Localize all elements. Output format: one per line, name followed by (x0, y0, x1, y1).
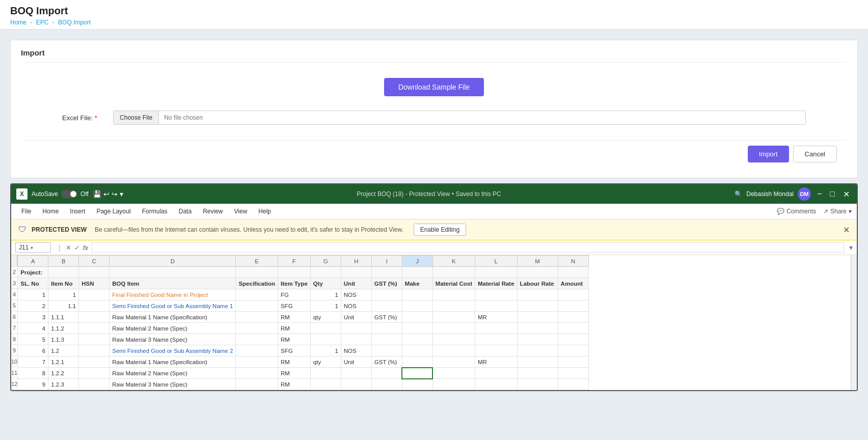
cell-k2[interactable] (432, 267, 475, 278)
cell-n8[interactable] (558, 334, 588, 345)
cell-b8[interactable]: 1.1.3 (48, 334, 79, 345)
cell-j10[interactable] (402, 356, 432, 368)
cell-n12[interactable] (558, 379, 588, 390)
cell-g3[interactable]: Qty (310, 278, 341, 289)
cell-g9[interactable]: 1 (310, 345, 341, 356)
vertical-scrollbar[interactable] (851, 255, 857, 390)
cell-d11[interactable]: Raw Material 2 Name (Spec) (110, 368, 236, 379)
maximize-button[interactable]: □ (828, 189, 837, 199)
cell-g4[interactable]: 1 (310, 289, 341, 300)
cell-m7[interactable] (517, 323, 558, 334)
cell-h10[interactable]: Unit (341, 356, 371, 368)
cell-j7[interactable] (402, 323, 432, 334)
breadcrumb-home[interactable]: Home (10, 19, 26, 26)
cell-b10[interactable]: 1.2.1 (48, 356, 79, 368)
formula-cancel-icon[interactable]: ✕ (66, 244, 71, 252)
cell-m4[interactable] (517, 289, 558, 300)
cell-a12[interactable]: 9 (18, 379, 48, 390)
cell-k8[interactable] (432, 334, 475, 345)
cell-l10[interactable]: MR (475, 356, 518, 368)
cell-f2[interactable] (278, 267, 310, 278)
cell-j9[interactable] (402, 345, 432, 356)
col-header-a[interactable]: A (18, 256, 48, 267)
cell-b7[interactable]: 1.1.2 (48, 323, 79, 334)
cell-a7[interactable]: 4 (18, 323, 48, 334)
cell-a8[interactable]: 5 (18, 334, 48, 345)
cell-n6[interactable] (558, 312, 588, 323)
cell-f5[interactable]: SFG (278, 300, 310, 312)
cell-e5[interactable] (236, 300, 278, 312)
menu-data[interactable]: Data (174, 206, 197, 217)
menu-page-layout[interactable]: Page Layout (91, 206, 135, 217)
cell-a9[interactable]: 6 (18, 345, 48, 356)
cell-f10[interactable]: RM (278, 356, 310, 368)
cell-k12[interactable] (432, 379, 475, 390)
cell-f9[interactable]: SFG (278, 345, 310, 356)
cell-f7[interactable]: RM (278, 323, 310, 334)
menu-formulas[interactable]: Formulas (137, 206, 173, 217)
cell-i6[interactable]: GST (%) (371, 312, 402, 323)
download-sample-file-button[interactable]: Download Sample File (384, 78, 484, 96)
cell-m6[interactable] (517, 312, 558, 323)
cell-a10[interactable]: 7 (18, 356, 48, 368)
cell-b11[interactable]: 1.2.2 (48, 368, 79, 379)
cell-h12[interactable] (341, 379, 371, 390)
formula-more-icon[interactable]: ⋮ (56, 244, 63, 252)
cell-g2[interactable] (310, 267, 341, 278)
cell-b3[interactable]: Item No (48, 278, 79, 289)
menu-insert[interactable]: Insert (65, 206, 90, 217)
menu-review[interactable]: Review (198, 206, 228, 217)
formula-input[interactable] (91, 242, 844, 253)
cell-f6[interactable]: RM (278, 312, 310, 323)
cell-k6[interactable] (432, 312, 475, 323)
cell-c4[interactable] (79, 289, 110, 300)
cell-l3[interactable]: Material Rate (475, 278, 518, 289)
cell-h6[interactable]: Unit (341, 312, 371, 323)
cell-d5[interactable]: Semi Finished Good or Sub Assembly Name … (110, 300, 236, 312)
redo-icon[interactable]: ↪ (112, 190, 118, 198)
menu-home[interactable]: Home (37, 206, 64, 217)
cell-k4[interactable] (432, 289, 475, 300)
cell-g5[interactable]: 1 (310, 300, 341, 312)
cell-i4[interactable] (371, 289, 402, 300)
cell-e6[interactable] (236, 312, 278, 323)
cell-m5[interactable] (517, 300, 558, 312)
cell-g6[interactable]: qty (310, 312, 341, 323)
cell-a4[interactable]: 1 (18, 289, 48, 300)
cell-d4[interactable]: Final Finished Good Name in Project (110, 289, 236, 300)
cell-a6[interactable]: 3 (18, 312, 48, 323)
minimize-button[interactable]: − (815, 189, 824, 199)
cell-b9[interactable]: 1.2 (48, 345, 79, 356)
cell-c3[interactable]: HSN (79, 278, 110, 289)
col-header-f[interactable]: F (278, 256, 310, 267)
cell-l4[interactable] (475, 289, 518, 300)
cell-n5[interactable] (558, 300, 588, 312)
cell-l12[interactable] (475, 379, 518, 390)
cell-i5[interactable] (371, 300, 402, 312)
choose-file-button[interactable]: Choose File (114, 111, 159, 124)
cell-h11[interactable] (341, 368, 371, 379)
cell-c7[interactable] (79, 323, 110, 334)
cell-j6[interactable] (402, 312, 432, 323)
close-button[interactable]: ✕ (841, 189, 852, 199)
cell-j4[interactable] (402, 289, 432, 300)
cell-i3[interactable]: GST (%) (371, 278, 402, 289)
cell-e3[interactable]: Specification (236, 278, 278, 289)
cell-l5[interactable] (475, 300, 518, 312)
cell-k11[interactable] (432, 368, 475, 379)
cell-l7[interactable] (475, 323, 518, 334)
cell-m11[interactable] (517, 368, 558, 379)
cell-d8[interactable]: Raw Material 3 Name (Spec) (110, 334, 236, 345)
cell-h4[interactable]: NOS (341, 289, 371, 300)
cell-h3[interactable]: Unit (341, 278, 371, 289)
menu-file[interactable]: File (16, 206, 36, 217)
cell-e10[interactable] (236, 356, 278, 368)
cell-g10[interactable]: qty (310, 356, 341, 368)
cell-h2[interactable] (341, 267, 371, 278)
col-header-n[interactable]: N (558, 256, 588, 267)
cell-j3[interactable]: Make (402, 278, 432, 289)
cell-c11[interactable] (79, 368, 110, 379)
cell-n2[interactable] (558, 267, 588, 278)
cell-i10[interactable]: GST (%) (371, 356, 402, 368)
cell-i8[interactable] (371, 334, 402, 345)
